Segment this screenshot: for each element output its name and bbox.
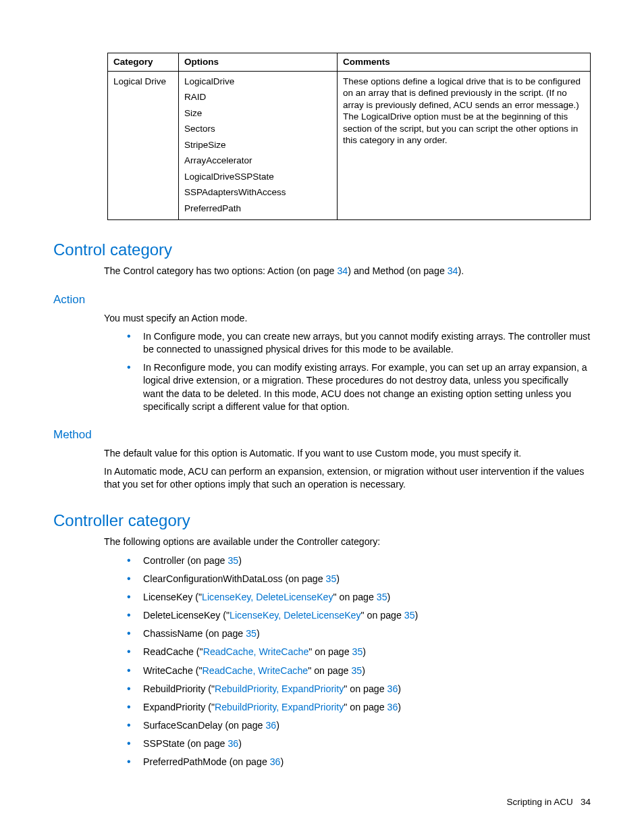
list-item: SurfaceScanDelay (on page 36) (127, 719, 591, 732)
action-list: In Configure mode, you can create new ar… (127, 330, 591, 413)
link-topic[interactable]: ReadCache, WriteCache (203, 646, 309, 657)
list-item: ClearConfigurationWithDataLoss (on page … (127, 573, 591, 585)
footer-page: 34 (581, 797, 591, 807)
opt: StripeSize (184, 139, 331, 151)
link-page[interactable]: 36 (227, 738, 238, 749)
opt: Sectors (184, 123, 331, 135)
link-page[interactable]: 35 (227, 555, 238, 566)
list-item: WriteCache ("ReadCache, WriteCache" on p… (127, 664, 591, 677)
controller-list: Controller (on page 35) ClearConfigurati… (127, 554, 591, 769)
heading-action: Action (53, 293, 591, 307)
list-item: ExpandPriority ("RebuildPriority, Expand… (127, 701, 591, 714)
link-page[interactable]: 35 (352, 646, 363, 657)
footer-text: Scripting in ACU (506, 797, 572, 807)
list-item: RebuildPriority ("RebuildPriority, Expan… (127, 683, 591, 696)
options-table: Category Options Comments Logical Drive … (107, 53, 591, 220)
heading-method: Method (53, 428, 591, 442)
list-item: In Reconfigure mode, you can modify exis… (127, 361, 591, 413)
list-item: SSPState (on page 36) (127, 737, 591, 750)
table-row: Logical Drive LogicalDrive RAID Size Sec… (108, 71, 591, 220)
list-item: DeleteLicenseKey ("LicenseKey, DeleteLic… (127, 609, 591, 622)
link-page[interactable]: 35 (326, 573, 337, 584)
list-item: LicenseKey ("LicenseKey, DeleteLicenseKe… (127, 591, 591, 604)
link-topic[interactable]: LicenseKey, DeleteLicenseKey (202, 592, 333, 602)
cell-options: LogicalDrive RAID Size Sectors StripeSiz… (179, 71, 338, 220)
opt: SSPAdaptersWithAccess (184, 186, 331, 199)
link-page[interactable]: 35 (351, 665, 362, 676)
link-topic[interactable]: LicenseKey, DeleteLicenseKey (230, 610, 361, 621)
list-item: PreferredPathMode (on page 36) (127, 756, 591, 768)
link-page[interactable]: 35 (377, 592, 387, 602)
link-page-34b[interactable]: 34 (448, 265, 458, 276)
opt: LogicalDrive (184, 76, 331, 88)
link-page[interactable]: 36 (387, 683, 398, 694)
link-topic[interactable]: RebuildPriority, ExpandPriority (215, 683, 344, 694)
th-comments: Comments (338, 53, 591, 72)
list-item: In Configure mode, you can create new ar… (127, 330, 591, 356)
controller-intro: The following options are available unde… (104, 536, 591, 548)
link-page[interactable]: 36 (270, 756, 281, 767)
method-p2: In Automatic mode, ACU can perform an ex… (104, 465, 591, 491)
link-page[interactable]: 35 (246, 628, 257, 639)
link-page[interactable]: 36 (265, 720, 276, 731)
heading-controller-category: Controller category (53, 511, 591, 530)
opt: RAID (184, 91, 331, 103)
list-item: ChassisName (on page 35) (127, 627, 591, 640)
link-topic[interactable]: RebuildPriority, ExpandPriority (215, 702, 344, 712)
cell-category: Logical Drive (108, 71, 179, 220)
opt: Size (184, 107, 331, 120)
th-options: Options (179, 53, 338, 72)
link-page[interactable]: 36 (387, 702, 398, 712)
action-intro: You must specify an Action mode. (104, 312, 591, 325)
control-intro: The Control category has two options: Ac… (104, 265, 591, 278)
list-item: Controller (on page 35) (127, 554, 591, 567)
method-p1: The default value for this option is Aut… (104, 447, 591, 460)
cell-comments: These options define a logical drive tha… (338, 71, 591, 220)
opt: LogicalDriveSSPState (184, 171, 331, 183)
opt: PreferredPath (184, 203, 331, 215)
list-item: ReadCache ("ReadCache, WriteCache" on pa… (127, 646, 591, 658)
link-page[interactable]: 35 (404, 610, 415, 621)
heading-control-category: Control category (53, 240, 591, 259)
opt: ArrayAccelerator (184, 155, 331, 167)
link-page-34a[interactable]: 34 (337, 265, 348, 276)
footer: Scripting in ACU 34 (506, 797, 591, 807)
th-category: Category (108, 53, 179, 72)
link-topic[interactable]: ReadCache, WriteCache (203, 665, 308, 676)
